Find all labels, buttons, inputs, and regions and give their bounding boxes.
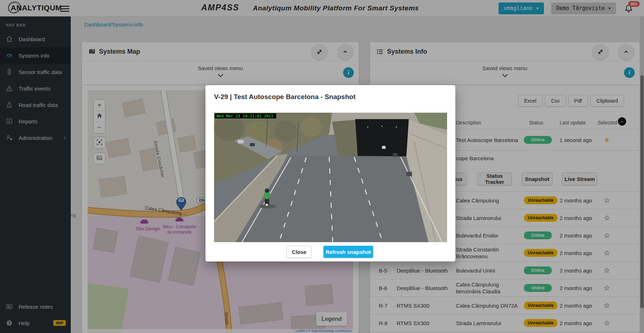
modal-title: V-29 | Test Autoscope Barcelona - Snapsh… [214,93,356,101]
snapshot-image: Wed Mar 23 14:21:41 2022 [214,113,447,242]
snapshot-timestamp: Wed Mar 23 14:21:41 2022 [217,114,273,118]
refresh-snapshot-button[interactable]: Refresh snapshot [323,246,373,258]
snapshot-modal: V-29 | Test Autoscope Barcelona - Snapsh… [205,85,455,261]
close-button[interactable]: Close [287,246,312,258]
